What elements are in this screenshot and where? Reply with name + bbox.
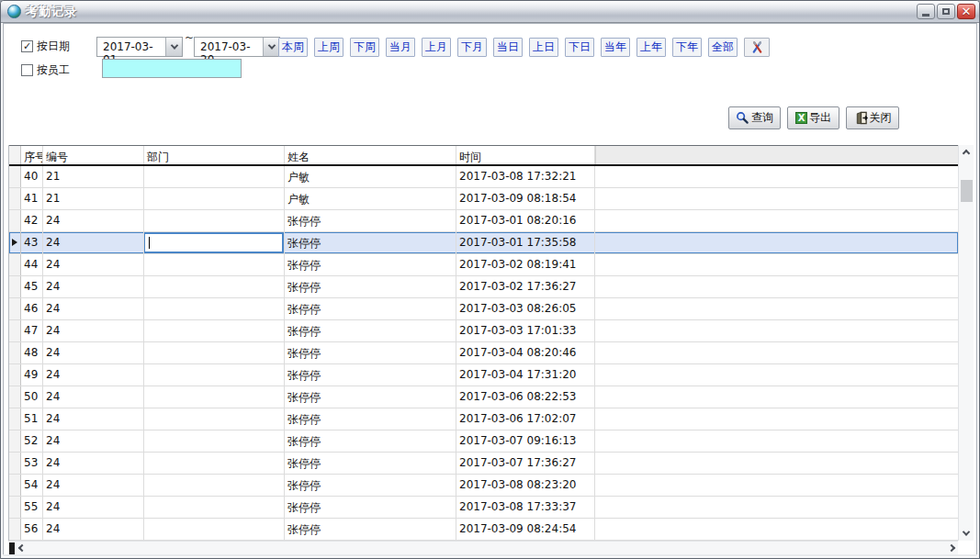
cell-name[interactable]: 张停停 [285, 232, 456, 253]
table-row[interactable]: 4424张停停2017-03-02 08:19:41 [9, 254, 958, 276]
cell-id[interactable]: 24 [43, 232, 144, 253]
row-indicator-cell[interactable] [9, 298, 21, 319]
row-indicator-cell[interactable] [9, 342, 21, 363]
cell-no[interactable]: 52 [21, 430, 43, 452]
cell-dept[interactable] [144, 408, 285, 430]
cell-time[interactable]: 2017-03-02 08:19:41 [456, 254, 595, 275]
cell-name[interactable]: 张停停 [285, 342, 456, 363]
cell-time[interactable]: 2017-03-07 17:36:27 [456, 453, 595, 474]
cell-no[interactable]: 51 [21, 408, 43, 430]
cell-time[interactable]: 2017-03-04 08:20:46 [456, 342, 595, 363]
cell-time[interactable]: 2017-03-08 17:33:37 [456, 497, 595, 518]
date-from-dropdown-button[interactable] [165, 38, 182, 56]
cell-no[interactable]: 47 [21, 320, 43, 341]
cell-time[interactable]: 2017-03-08 17:32:21 [456, 166, 595, 187]
cell-dept[interactable] [144, 342, 285, 363]
cell-id[interactable]: 24 [43, 364, 144, 386]
cell-no[interactable]: 55 [21, 497, 43, 518]
cell-dept[interactable] [144, 364, 285, 386]
cell-id[interactable]: 24 [43, 298, 144, 319]
row-indicator-cell[interactable] [9, 430, 21, 452]
quick-range-button-12[interactable]: 全部 [708, 38, 738, 57]
cell-name[interactable]: 张停停 [285, 210, 456, 231]
quick-range-button-9[interactable]: 当年 [601, 38, 630, 57]
quick-range-button-2[interactable]: 下周 [350, 38, 379, 57]
row-indicator-cell[interactable] [9, 386, 21, 408]
query-button[interactable]: 查询 [728, 106, 781, 129]
table-row[interactable]: 5324张停停2017-03-07 17:36:27 [9, 453, 958, 475]
dept-edit-cell[interactable] [144, 232, 284, 253]
cell-name[interactable]: 张停停 [285, 386, 456, 408]
title-bar[interactable]: 考勤记录 ✕ [1, 1, 979, 23]
cell-name[interactable]: 张停停 [285, 475, 456, 496]
cell-name[interactable]: 户敏 [285, 166, 456, 187]
cell-no[interactable]: 54 [21, 475, 43, 496]
cell-name[interactable]: 张停停 [285, 298, 456, 319]
cell-dept[interactable] [144, 210, 285, 231]
cell-id[interactable]: 24 [43, 519, 144, 540]
cell-id[interactable]: 24 [43, 386, 144, 408]
row-indicator-cell[interactable] [9, 188, 21, 209]
quick-range-button-11[interactable]: 下年 [672, 38, 702, 57]
cell-name[interactable]: 张停停 [285, 254, 456, 275]
cell-dept[interactable] [144, 188, 285, 209]
cell-no[interactable]: 49 [21, 364, 43, 386]
cell-id[interactable]: 24 [43, 475, 144, 496]
cell-dept[interactable] [144, 519, 285, 540]
cell-dept[interactable] [144, 298, 285, 319]
cell-name[interactable]: 张停停 [285, 276, 456, 297]
cell-id[interactable]: 24 [43, 430, 144, 452]
cell-time[interactable]: 2017-03-06 08:22:53 [456, 386, 595, 408]
cell-no[interactable]: 42 [21, 210, 43, 231]
cell-name[interactable]: 张停停 [285, 408, 456, 430]
cell-name[interactable]: 张停停 [285, 453, 456, 474]
vertical-scrollbar[interactable] [958, 145, 974, 541]
cell-time[interactable]: 2017-03-09 08:18:54 [456, 188, 595, 209]
table-row[interactable]: 5024张停停2017-03-06 08:22:53 [9, 386, 958, 408]
cell-no[interactable]: 48 [21, 342, 43, 363]
header-seq[interactable]: 序号 [21, 146, 43, 164]
cell-dept[interactable] [144, 232, 285, 253]
quick-range-button-1[interactable]: 上周 [314, 38, 344, 57]
header-id[interactable]: 编号 [43, 146, 144, 164]
table-row[interactable]: 5224张停停2017-03-07 09:16:13 [9, 430, 958, 453]
cell-time[interactable]: 2017-03-01 08:20:16 [456, 210, 595, 231]
cell-id[interactable]: 21 [43, 188, 144, 209]
cell-time[interactable]: 2017-03-02 17:36:27 [456, 276, 595, 297]
row-indicator-cell[interactable] [9, 475, 21, 496]
cell-name[interactable]: 张停停 [285, 497, 456, 518]
row-indicator-cell[interactable] [9, 408, 21, 430]
table-row[interactable]: 4924张停停2017-03-04 17:31:20 [9, 364, 958, 386]
by-employee-checkbox[interactable] [21, 64, 33, 76]
cell-id[interactable]: 24 [43, 497, 144, 518]
table-row[interactable]: 4021户敏2017-03-08 17:32:21 [9, 166, 958, 188]
table-row[interactable]: 4824张停停2017-03-04 08:20:46 [9, 342, 958, 364]
cell-no[interactable]: 50 [21, 386, 43, 408]
table-row[interactable]: 4624张停停2017-03-03 08:26:05 [9, 298, 958, 320]
by-date-checkbox[interactable]: ✓ [21, 40, 33, 52]
row-indicator-cell[interactable] [9, 166, 21, 187]
cell-name[interactable]: 张停停 [285, 364, 456, 386]
header-name[interactable]: 姓名 [285, 146, 456, 164]
row-indicator-cell[interactable] [9, 254, 21, 275]
close-window-button[interactable]: ✕ [957, 4, 975, 19]
filter-by-employee[interactable]: 按员工 [21, 62, 70, 78]
horizontal-scrollbar[interactable] [8, 541, 958, 554]
table-row[interactable]: 4121户敏2017-03-09 08:18:54 [9, 188, 958, 210]
cell-time[interactable]: 2017-03-03 08:26:05 [456, 298, 595, 319]
cell-time[interactable]: 2017-03-09 08:24:54 [456, 519, 595, 540]
scroll-right-button[interactable] [944, 542, 958, 555]
quick-range-button-6[interactable]: 当日 [493, 38, 523, 57]
row-indicator-cell[interactable] [9, 364, 21, 386]
table-row-selected[interactable]: 4324张停停2017-03-01 17:35:58 [9, 232, 958, 254]
quick-range-button-0[interactable]: 本周 [278, 38, 308, 57]
cell-dept[interactable] [144, 320, 285, 341]
table-row[interactable]: 5624张停停2017-03-09 08:24:54 [9, 519, 958, 541]
table-row[interactable]: 5124张停停2017-03-06 17:02:07 [9, 408, 958, 430]
cell-id[interactable]: 24 [43, 210, 144, 231]
row-indicator-cell[interactable] [9, 453, 21, 474]
cell-dept[interactable] [144, 497, 285, 518]
vertical-scrollbar-thumb[interactable] [961, 180, 973, 202]
cell-name[interactable]: 户敏 [285, 188, 456, 209]
cell-no[interactable]: 44 [21, 254, 43, 275]
